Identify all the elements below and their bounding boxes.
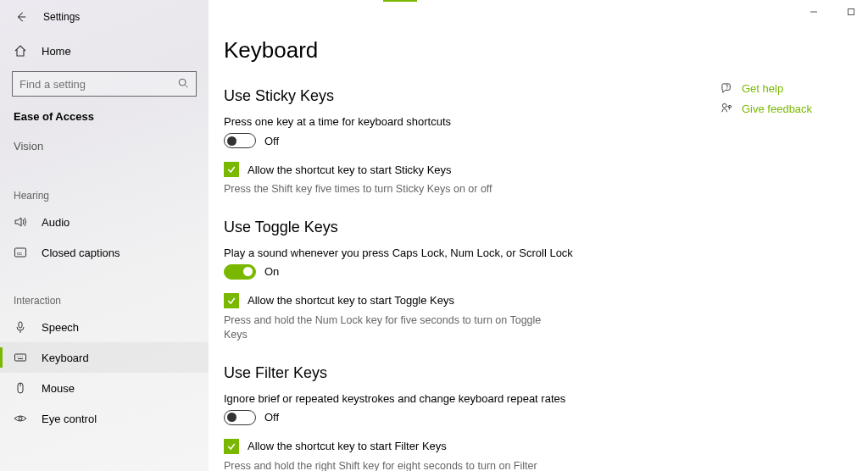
get-help-label: Get help <box>742 82 783 95</box>
sidebar-item-audio[interactable]: Audio <box>0 207 209 237</box>
check-icon <box>226 441 236 452</box>
svg-text:cc: cc <box>17 251 22 256</box>
window-controls <box>804 3 861 20</box>
home-icon <box>14 44 27 58</box>
eye-label: Eye control <box>42 413 97 425</box>
toggle-desc: Play a sound whenever you press Caps Loc… <box>224 247 682 259</box>
svg-rect-9 <box>849 9 854 15</box>
page-title: Keyboard <box>224 37 848 64</box>
sticky-shortcut-checkbox[interactable] <box>224 162 239 177</box>
mouse-icon <box>14 381 27 395</box>
sidebar: Settings Home Ease of Access Vision Hear… <box>0 0 209 471</box>
sticky-toggle[interactable] <box>224 133 256 148</box>
eye-icon <box>14 412 27 425</box>
sidebar-item-cc[interactable]: cc Closed captions <box>0 237 209 268</box>
check-icon <box>226 296 236 306</box>
sidebar-item-speech[interactable]: Speech <box>0 312 209 342</box>
togglekeys-check-label: Allow the shortcut key to start Toggle K… <box>248 294 454 307</box>
feedback-icon <box>720 102 733 115</box>
sticky-check-label: Allow the shortcut key to start Sticky K… <box>248 163 452 176</box>
give-feedback-link[interactable]: Give feedback <box>720 102 812 115</box>
svg-rect-3 <box>19 322 22 328</box>
help-icon: ? <box>720 81 733 95</box>
maximize-icon <box>847 8 855 16</box>
svg-point-0 <box>179 79 186 86</box>
check-icon <box>226 164 236 175</box>
togglekeys-toggle[interactable] <box>224 264 256 280</box>
get-help-link[interactable]: ? Get help <box>720 81 812 95</box>
filterkeys-toggle[interactable] <box>224 410 256 425</box>
filter-desc: Ignore brief or repeated keystrokes and … <box>224 392 682 405</box>
svg-text:?: ? <box>725 83 728 89</box>
section-toggle-title: Use Toggle Keys <box>224 219 848 236</box>
audio-label: Audio <box>42 216 70 229</box>
search-icon <box>177 77 189 91</box>
filterkeys-check-label: Allow the shortcut key to start Filter K… <box>248 440 447 452</box>
filterkeys-hint: Press and hold the right Shift key for e… <box>224 459 563 471</box>
filterkeys-toggle-label: Off <box>264 411 279 424</box>
search-input[interactable] <box>19 78 177 91</box>
keyboard-label: Keyboard <box>42 352 89 364</box>
help-column: ? Get help Give feedback <box>720 81 812 122</box>
give-feedback-label: Give feedback <box>742 103 812 115</box>
speech-label: Speech <box>42 321 79 334</box>
filterkeys-shortcut-checkbox[interactable] <box>224 439 239 454</box>
minimize-icon <box>810 8 818 16</box>
sidebar-item-home[interactable]: Home <box>0 36 209 66</box>
sidebar-group-hearing: Hearing <box>0 178 209 207</box>
sidebar-item-eye[interactable]: Eye control <box>0 403 209 434</box>
svg-point-8 <box>722 103 726 108</box>
togglekeys-toggle-label: On <box>264 265 279 278</box>
speaker-icon <box>14 215 27 229</box>
svg-rect-4 <box>15 354 26 361</box>
cc-label: Closed captions <box>42 247 120 259</box>
sidebar-group-vision[interactable]: Vision <box>0 135 209 158</box>
sidebar-item-mouse[interactable]: Mouse <box>0 373 209 403</box>
keyboard-icon <box>14 351 27 364</box>
category-label: Ease of Access <box>0 100 209 128</box>
section-filter-title: Use Filter Keys <box>224 364 848 382</box>
arrow-left-icon <box>15 11 27 23</box>
home-label: Home <box>42 45 71 58</box>
app-title: Settings <box>43 11 80 23</box>
minimize-button[interactable] <box>804 3 824 20</box>
microphone-icon <box>14 320 27 334</box>
mouse-label: Mouse <box>42 382 75 395</box>
togglekeys-hint: Press and hold the Num Lock key for five… <box>224 313 563 342</box>
maximize-button[interactable] <box>841 3 861 20</box>
search-box[interactable] <box>12 71 197 97</box>
sticky-toggle-label: Off <box>264 135 279 147</box>
togglekeys-shortcut-checkbox[interactable] <box>224 293 239 308</box>
sticky-desc: Press one key at a time for keyboard sho… <box>224 115 682 128</box>
sidebar-group-interaction: Interaction <box>0 283 209 312</box>
sticky-hint: Press the Shift key five times to turn S… <box>224 182 563 197</box>
main-content: Keyboard Use Sticky Keys Press one key a… <box>224 0 868 471</box>
svg-point-6 <box>19 417 22 420</box>
cc-icon: cc <box>14 246 27 259</box>
sidebar-item-keyboard[interactable]: Keyboard <box>0 342 209 373</box>
back-button[interactable] <box>12 8 31 26</box>
